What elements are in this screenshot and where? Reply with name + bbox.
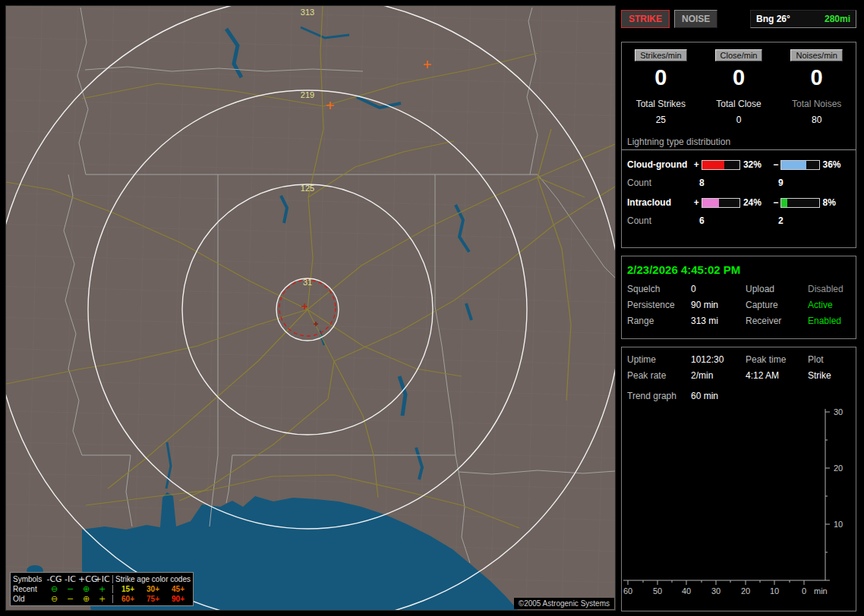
cloud-ground-count-row: Count 8 9	[622, 178, 856, 188]
close-per-min-column: Close/min 0 Total Close 0	[700, 49, 778, 125]
peak-rate-label: Peak rate	[627, 370, 691, 381]
strikes-per-min-column: Strikes/min 0 Total Strikes 25	[622, 49, 700, 125]
ring-label-31: 31	[303, 278, 312, 287]
intracloud-positive-pct: 24%	[743, 197, 771, 208]
total-noises-value: 80	[777, 115, 856, 125]
persistence-label: Persistence	[627, 300, 691, 310]
total-strikes-label: Total Strikes	[622, 99, 700, 109]
ring-label-219: 219	[301, 90, 314, 99]
peak-time-value: 4:12 AM	[746, 370, 808, 381]
receiver-value: Enabled	[808, 316, 850, 326]
intracloud-positive-bar	[702, 198, 740, 208]
receiver-label: Receiver	[746, 316, 808, 326]
strikes-per-min-value: 0	[622, 67, 700, 89]
upload-label: Upload	[746, 284, 808, 294]
intracloud-negative-bar	[780, 198, 819, 208]
ring-label-125: 125	[301, 184, 314, 193]
intracloud-positive-count: 6	[699, 215, 778, 226]
total-close-label: Total Close	[700, 99, 778, 109]
plot-value: Strike	[808, 370, 850, 381]
trend-graph: 30 20 10 60 50 40 30 20 10 0 min	[622, 404, 854, 599]
age-15: 15+	[115, 585, 140, 593]
upload-value: Disabled	[808, 284, 850, 294]
bearing-distance-value: 280mi	[825, 14, 850, 24]
legend-col-neg-ic: -IC	[62, 575, 78, 583]
strike-mode-button[interactable]: STRIKE	[621, 10, 670, 28]
intracloud-label: Intracloud	[627, 197, 692, 208]
age-90: 90+	[166, 595, 191, 603]
x-tick-50: 50	[653, 586, 662, 596]
minus-sign: −	[771, 197, 780, 208]
neg-cg-old-icon: ⊖	[46, 595, 62, 603]
y-tick-20: 20	[834, 464, 843, 473]
legend-old-label: Old	[13, 595, 46, 603]
status-grid: Squelch 0 Upload Disabled Persistence 90…	[622, 282, 856, 328]
strikes-per-min-header[interactable]: Strikes/min	[635, 49, 686, 61]
map-canvas[interactable]: 313 219 125 31	[6, 6, 615, 610]
legend-symbols-header: Symbols	[13, 575, 46, 583]
cloud-ground-row: Cloud-ground + 32% − 36%	[622, 159, 856, 170]
total-noises-label: Total Noises	[777, 99, 856, 109]
noises-per-min-column: Noises/min 0 Total Noises 80	[777, 49, 856, 125]
neg-ic-recent-icon: −	[62, 585, 78, 593]
age-45: 45+	[166, 585, 191, 593]
legend-col-neg-cg: -CG	[46, 575, 62, 583]
map-legend: Symbols -CG -IC +CG +IC Strike age color…	[10, 572, 194, 606]
pos-cg-recent-icon: ⊕	[78, 585, 94, 593]
range-label: Range	[627, 316, 691, 326]
peak-rate-value: 2/min	[691, 370, 746, 381]
total-strikes-value: 25	[622, 115, 700, 125]
cloud-ground-label: Cloud-ground	[627, 159, 692, 170]
copyright-text: ©2005 Astrogenic Systems	[514, 598, 614, 609]
intracloud-negative-count: 2	[778, 215, 784, 226]
legend-recent-label: Recent	[13, 585, 46, 593]
neg-cg-recent-icon: ⊖	[46, 585, 62, 593]
uptime-value: 1012:30	[691, 354, 746, 365]
session-stats-grid: Uptime 1012:30 Peak time Plot Peak rate …	[622, 347, 856, 381]
y-tick-30: 30	[834, 407, 843, 416]
cloud-ground-positive-count: 8	[699, 178, 778, 188]
noises-per-min-value: 0	[777, 67, 856, 89]
noises-per-min-header[interactable]: Noises/min	[790, 49, 842, 61]
cloud-ground-positive-pct: 32%	[743, 159, 771, 170]
noise-mode-button[interactable]: NOISE	[674, 10, 717, 28]
intracloud-row: Intracloud + 24% − 8%	[622, 197, 856, 208]
legend-age-title: Strike age color codes	[115, 575, 191, 583]
count-label: Count	[627, 215, 699, 226]
neg-ic-old-icon: −	[62, 595, 78, 603]
cloud-ground-negative-pct: 36%	[823, 159, 850, 170]
intracloud-count-row: Count 6 2	[622, 215, 856, 226]
trend-graph-row: Trend graph 60 min	[622, 381, 856, 401]
close-per-min-header[interactable]: Close/min	[715, 49, 763, 61]
x-tick-60: 60	[623, 586, 632, 596]
trend-axis-labels: 30 20 10 60 50 40 30 20 10 0 min	[623, 407, 843, 596]
persistence-value: 90 min	[691, 300, 746, 310]
legend-old-row: Old ⊖ − ⊕ + 60+ 75+ 90+	[13, 594, 191, 604]
lightning-map[interactable]: 313 219 125 31 Symbols -CG -IC +CG +IC S…	[6, 6, 615, 610]
legend-col-pos-ic: +IC	[94, 575, 110, 583]
capture-value: Active	[808, 300, 850, 310]
strike-statistics-box: Strikes/min 0 Total Strikes 25 Close/min…	[621, 42, 856, 248]
x-tick-40: 40	[682, 586, 691, 596]
receiver-status-box: 2/23/2026 4:45:02 PM Squelch 0 Upload Di…	[621, 256, 856, 339]
plot-label: Plot	[808, 354, 850, 365]
y-tick-10: 10	[834, 520, 843, 529]
mode-toolbar: STRIKE NOISE Bng 26° 280mi	[621, 10, 856, 28]
ring-label-313: 313	[301, 8, 314, 17]
cloud-ground-positive-bar	[702, 160, 740, 170]
trend-axes	[623, 409, 830, 585]
x-tick-20: 20	[741, 586, 750, 596]
legend-col-pos-cg: +CG	[78, 575, 94, 583]
squelch-label: Squelch	[627, 284, 691, 294]
trend-graph-value: 60 min	[691, 391, 850, 401]
total-close-value: 0	[700, 115, 778, 125]
distribution-title: Lightning type distribution	[622, 137, 856, 150]
x-axis-unit: min	[814, 586, 828, 596]
trend-box: Uptime 1012:30 Peak time Plot Peak rate …	[621, 347, 856, 611]
peak-time-label: Peak time	[746, 354, 808, 365]
capture-label: Capture	[746, 300, 808, 310]
intracloud-negative-pct: 8%	[823, 197, 850, 208]
pos-ic-old-icon: +	[94, 595, 110, 603]
status-panel: STRIKE NOISE Bng 26° 280mi Strikes/min 0…	[621, 0, 858, 616]
uptime-label: Uptime	[627, 354, 691, 365]
